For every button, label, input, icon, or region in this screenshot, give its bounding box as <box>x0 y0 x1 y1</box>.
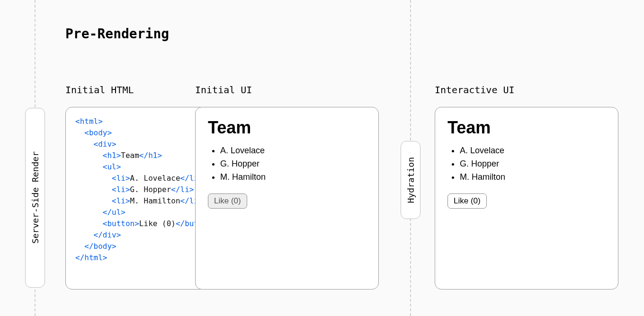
list-item: G. Hopper <box>220 158 366 171</box>
initial-ui-heading: Team <box>208 118 366 138</box>
list-item: A. Lovelace <box>460 144 606 158</box>
card-interactive-ui: Team A. Lovelace G. Hopper M. Hamilton L… <box>435 107 618 290</box>
chip-server-side-render: Server-Side Render <box>25 108 45 288</box>
interactive-ui-list: A. Lovelace G. Hopper M. Hamilton <box>447 144 606 184</box>
chip-hydration: Hydration <box>401 141 420 219</box>
list-item: M. Hamilton <box>460 171 606 184</box>
label-initial-ui: Initial UI <box>195 84 252 96</box>
chip-ssr-label: Server-Side Render <box>30 151 40 244</box>
label-interactive-ui: Interactive UI <box>435 84 515 96</box>
page-title: Pre-Rendering <box>65 26 169 42</box>
like-button-disabled: Like (0) <box>208 193 247 209</box>
interactive-ui-heading: Team <box>447 118 606 138</box>
list-item: G. Hopper <box>460 158 606 171</box>
label-initial-html: Initial HTML <box>65 84 134 96</box>
list-item: A. Lovelace <box>220 144 366 158</box>
like-button[interactable]: Like (0) <box>447 193 487 209</box>
list-item: M. Hamilton <box>220 171 366 184</box>
chip-hydration-label: Hydration <box>406 157 416 203</box>
initial-ui-list: A. Lovelace G. Hopper M. Hamilton <box>208 144 366 184</box>
card-initial-ui: Team A. Lovelace G. Hopper M. Hamilton L… <box>195 107 379 290</box>
